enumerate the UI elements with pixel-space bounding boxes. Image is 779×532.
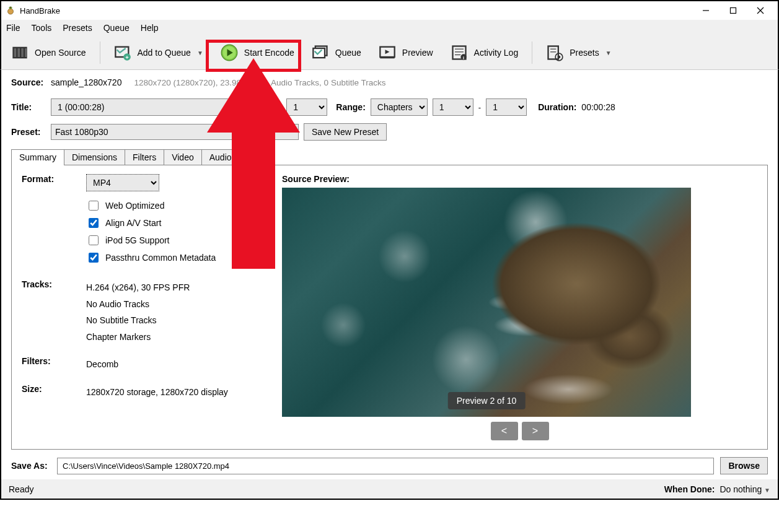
passthru-checkbox[interactable]: Passthru Common Metadata (86, 251, 216, 264)
log-icon: i (451, 44, 468, 61)
tracks-audio: No Audio Tracks (86, 296, 190, 313)
preview-image: Preview 2 of 10 (282, 188, 691, 417)
dropdown-icon: ▼ (764, 487, 770, 494)
align-av-checkbox[interactable]: Align A/V Start (86, 216, 216, 230)
save-as-input[interactable] (57, 458, 714, 474)
angle-label: le: (271, 102, 281, 112)
minimize-button[interactable] (692, 2, 720, 19)
preset-row: Preset: Fast 1080p30 Save New Preset (11, 123, 768, 141)
toolbar: Open Source + Add to Queue ▼ Start Encod… (0, 36, 779, 70)
queue-icon (312, 44, 329, 61)
tab-audio[interactable]: Audio (201, 149, 240, 165)
svg-rect-4 (731, 8, 736, 14)
filters-value: Decomb (86, 356, 118, 373)
menu-presets[interactable]: Presets (63, 23, 92, 33)
title-select[interactable]: 1 (00:00:28) (51, 98, 264, 116)
activity-log-label: Activity Log (474, 48, 519, 58)
queue-button[interactable]: Queue (307, 41, 366, 64)
presets-button[interactable]: Presets ▼ (541, 41, 616, 64)
source-info: 1280x720 (1280x720), 23.98 FPS, 1 Audio … (134, 78, 385, 87)
toolbar-separator (532, 41, 532, 64)
tab-panel: Format: MP4 Web Optimized Align A/V Star… (11, 165, 768, 450)
duration-label: Duration: (538, 102, 576, 112)
source-name: sample_1280x720 (51, 77, 121, 87)
app-icon (5, 5, 16, 16)
tracks-label: Tracks: (22, 279, 86, 289)
save-preset-button[interactable]: Save New Preset (304, 123, 387, 141)
tab-video[interactable]: Video (164, 149, 202, 165)
preview-button[interactable]: Preview (374, 41, 438, 64)
svg-text:+: + (125, 55, 129, 61)
preview-label: Preview (402, 48, 433, 58)
svg-marker-21 (385, 50, 389, 54)
size-value: 1280x720 storage, 1280x720 display (86, 384, 228, 401)
title-label: Title: (11, 102, 46, 112)
tracks-subtitle: No Subtitle Tracks (86, 312, 190, 329)
when-done-select[interactable]: Do nothing ▼ (720, 484, 770, 494)
ipod-checkbox[interactable]: iPod 5G Support (86, 233, 216, 247)
start-encode-button[interactable]: Start Encode (216, 41, 299, 64)
preview-label: Source Preview: (282, 174, 757, 184)
presets-label: Presets (570, 48, 599, 58)
dropdown-icon: ▼ (197, 50, 203, 56)
format-select[interactable]: MP4 (86, 174, 159, 191)
range-type-select[interactable]: Chapters (371, 98, 428, 116)
svg-point-0 (8, 9, 14, 14)
film-icon (11, 44, 29, 61)
open-source-button[interactable]: Open Source (6, 41, 91, 64)
svg-point-33 (558, 56, 561, 59)
preview-prev-button[interactable]: < (491, 422, 518, 440)
svg-rect-10 (21, 48, 24, 57)
menu-help[interactable]: Help (141, 23, 159, 33)
tracks-video: H.264 (x264), 30 FPS PFR (86, 279, 190, 296)
status-bar: Ready When Done: Do nothing ▼ (0, 479, 779, 500)
add-to-queue-button[interactable]: + Add to Queue ▼ (109, 41, 208, 64)
svg-rect-9 (18, 48, 20, 57)
tab-summary[interactable]: Summary (11, 149, 64, 165)
save-as-row: Save As: Browse (11, 457, 768, 474)
close-button[interactable] (747, 2, 774, 19)
preview-next-button[interactable]: > (522, 422, 549, 440)
preview-icon (379, 44, 396, 61)
title-bar: HandBrake (0, 0, 779, 20)
filters-label: Filters: (22, 356, 86, 366)
preset-label: Preset: (11, 127, 46, 137)
web-optimized-checkbox[interactable]: Web Optimized (86, 199, 216, 212)
menu-file[interactable]: File (6, 23, 20, 33)
svg-rect-22 (380, 57, 394, 58)
add-queue-icon: + (114, 44, 131, 61)
menu-queue[interactable]: Queue (103, 23, 130, 33)
svg-rect-2 (10, 7, 11, 8)
status-text: Ready (9, 484, 33, 494)
tabs: Summary Dimensions Filters Video Audio (11, 149, 768, 165)
tracks-chapter: Chapter Markers (86, 329, 190, 346)
add-to-queue-label: Add to Queue (138, 48, 191, 58)
range-label: Range: (336, 102, 365, 112)
save-as-label: Save As: (11, 461, 51, 471)
title-row: Title: 1 (00:00:28) le: 1 Range: Chapter… (11, 98, 768, 116)
when-done-label: When Done: (664, 484, 715, 494)
maximize-button[interactable] (720, 2, 747, 19)
preset-select[interactable]: Fast 1080p30 (51, 124, 299, 140)
svg-text:i: i (463, 56, 464, 60)
activity-log-button[interactable]: i Activity Log (446, 41, 524, 64)
browse-button[interactable]: Browse (720, 457, 768, 474)
svg-rect-29 (548, 46, 558, 59)
presets-icon (546, 44, 563, 61)
range-to-select[interactable]: 1 (486, 98, 527, 116)
toolbar-separator (100, 41, 100, 64)
size-label: Size: (22, 384, 86, 394)
range-from-select[interactable]: 1 (433, 98, 473, 116)
source-label: Source: (11, 77, 46, 87)
preset-value: Fast 1080p30 (55, 127, 108, 137)
open-source-label: Open Source (35, 48, 86, 58)
preview-badge: Preview 2 of 10 (448, 392, 526, 409)
tab-filters[interactable]: Filters (125, 149, 164, 165)
angle-select[interactable]: 1 (286, 98, 327, 116)
queue-label: Queue (335, 48, 361, 58)
tab-dimensions[interactable]: Dimensions (64, 149, 125, 165)
format-label: Format: (22, 174, 86, 184)
source-row: Source: sample_1280x720 1280x720 (1280x7… (11, 77, 768, 87)
play-icon (221, 44, 238, 61)
menu-tools[interactable]: Tools (32, 23, 52, 33)
